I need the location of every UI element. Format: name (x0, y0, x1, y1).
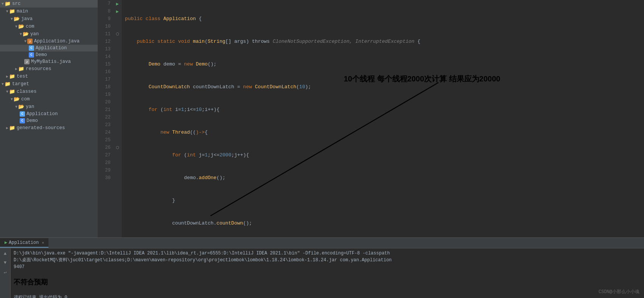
sidebar-item-resources[interactable]: ▶ 📁 resources (0, 65, 98, 73)
java-file-icon: J (24, 59, 30, 64)
folder-icon: 📁 (9, 89, 15, 95)
sidebar-item-application-class[interactable]: C Application (0, 45, 98, 51)
class-icon: C (20, 118, 25, 123)
code-content[interactable]: public class Application { public static… (122, 0, 644, 237)
chevron-down-icon: ▼ (11, 17, 13, 21)
sidebar-item-test[interactable]: ▶ 📁 test (0, 73, 98, 80)
sidebar-item-label: Application (27, 111, 58, 117)
sidebar-item-label: java (21, 16, 33, 22)
sidebar-item-main[interactable]: ▼ 📁 main (0, 8, 98, 15)
folder-icon: 📁 (18, 66, 24, 72)
java-file-icon: J (27, 39, 33, 44)
run-arrow-icon[interactable]: ▶ (116, 1, 119, 7)
sidebar-item-application-target[interactable]: C Application (0, 111, 98, 117)
sidebar-item-label: src (12, 1, 21, 6)
chevron-down-icon: ▼ (6, 90, 8, 94)
sidebar-item-demo-target[interactable]: C Demo (0, 117, 98, 124)
sidebar-item-mybatis-java[interactable]: J MyMyBatis.java (0, 58, 98, 65)
folder-blue-icon: 📂 (14, 96, 20, 102)
sidebar-item-label: resources (26, 66, 51, 72)
folder-icon: 📁 (9, 73, 15, 80)
console-line-3: 9407 (14, 264, 641, 270)
sidebar-item-application-java[interactable]: ▼ J Application.java (0, 38, 98, 45)
sidebar-item-classes[interactable]: ▼ 📁 classes (0, 88, 98, 95)
bottom-tab-application[interactable]: ▶ Application ✕ (0, 238, 48, 248)
tab-label: Application (9, 240, 39, 245)
sidebar-item-java[interactable]: ▼ 📂 java (0, 15, 98, 23)
step-icon: ⬡ (116, 145, 119, 150)
console-line-1: D:\jdk\bin\java.exe "-javaagent:D:\Intel… (14, 250, 641, 257)
console-line-blank (14, 270, 641, 277)
console-line-2: D:\桌面\RocketMQ\资料\juc01\target\classes;D… (14, 257, 641, 264)
bottom-panel: ▶ Application ✕ ▲ ▼ ↵ D:\jdk\bin\java.ex… (0, 237, 644, 298)
console-unexpected-text: 不符合预期 (14, 277, 641, 287)
console-line-exit: 进程已结束,退出代码为 0 (14, 294, 641, 298)
sidebar-item-label: com (21, 97, 30, 102)
sidebar-item-generated-sources[interactable]: ▶ 📁 generated-sources (0, 124, 98, 132)
bottom-content: ▲ ▼ ↵ D:\jdk\bin\java.exe "-javaagent:D:… (0, 248, 644, 298)
folder-icon: 📁 (9, 8, 15, 14)
sidebar-item-src[interactable]: ▼ 📁 src (0, 0, 98, 8)
sidebar-item-label: Demo (27, 118, 38, 123)
sidebar-item-label: MyMyBatis.java (31, 59, 71, 64)
sidebar-item-yan-target[interactable]: ▼ 📂 yan (0, 103, 98, 111)
class-icon: C (20, 111, 25, 117)
run-icon: ▶ (5, 240, 7, 245)
chevron-right-icon: ▶ (6, 126, 8, 130)
class-icon: C (29, 45, 34, 51)
sidebar-item-label: com (26, 24, 34, 29)
folder-icon: 📁 (5, 81, 11, 87)
chevron-down-icon: ▼ (6, 9, 8, 14)
tab-close-icon[interactable]: ✕ (42, 240, 44, 245)
sidebar-item-yan[interactable]: ▼ 📂 yan (0, 30, 98, 38)
sidebar-item-demo-class[interactable]: C Demo (0, 51, 98, 58)
sidebar-item-label: Application.java (34, 39, 80, 44)
scroll-down-button[interactable]: ▼ (2, 259, 9, 267)
wrap-button[interactable]: ↵ (2, 268, 9, 276)
chevron-down-icon: ▼ (20, 32, 22, 36)
sidebar-item-label: test (17, 74, 28, 79)
bottom-tab-bar: ▶ Application ✕ (0, 238, 644, 248)
chevron-right-icon: ▶ (6, 74, 8, 79)
sidebar-item-com-target[interactable]: ▼ 📂 com (0, 95, 98, 103)
folder-blue-icon: 📂 (18, 104, 24, 110)
class-icon: C (29, 52, 34, 58)
sidebar-item-label: Application (36, 45, 67, 51)
folder-icon: 📁 (9, 125, 15, 131)
code-editor: 7 8 9 10 11 12 13 14 15 16 17 18 19 20 2… (98, 0, 644, 237)
sidebar-item-label: yan (30, 31, 39, 37)
folder-blue-icon: 📂 (18, 23, 24, 30)
folder-icon: 📁 (5, 1, 11, 7)
sidebar-item-label: generated-sources (17, 125, 65, 131)
sidebar-item-com[interactable]: ▼ 📂 com (0, 23, 98, 30)
chevron-down-icon: ▼ (24, 39, 27, 44)
sidebar-item-label: yan (26, 104, 34, 109)
sidebar-item-label: Demo (36, 52, 47, 58)
line-numbers: 7 8 9 10 11 12 13 14 15 16 17 18 19 20 2… (98, 0, 113, 237)
chevron-down-icon: ▼ (2, 82, 4, 86)
step-icon: ⬡ (116, 32, 119, 36)
chevron-right-icon: ▶ (15, 67, 17, 71)
sidebar-item-label: target (12, 81, 29, 87)
folder-blue-icon: 📂 (14, 16, 20, 22)
sidebar-item-label: main (17, 9, 28, 14)
console-line-blank2 (14, 287, 641, 294)
file-tree: ▼ 📁 src ▼ 📁 main ▼ 📂 java ▼ 📂 com ▼ 📂 ya… (0, 0, 98, 237)
code-gutter: ▶ ▶ ⬡ ⬡ (113, 0, 122, 237)
sidebar-item-label: classes (17, 89, 37, 94)
folder-blue-icon: 📂 (23, 31, 29, 37)
chevron-down-icon: ▼ (11, 97, 13, 101)
scroll-up-button[interactable]: ▲ (2, 250, 9, 257)
console-output: D:\jdk\bin\java.exe "-javaagent:D:\Intel… (11, 248, 644, 298)
run-arrow-icon[interactable]: ▶ (116, 9, 119, 14)
chevron-down-icon: ▼ (2, 2, 4, 6)
console-side-buttons: ▲ ▼ ↵ (0, 248, 11, 298)
chevron-down-icon: ▼ (15, 25, 17, 29)
chevron-down-icon: ▼ (15, 105, 17, 109)
watermark: CSDN@小那么小小魂 (599, 289, 639, 295)
sidebar-item-target[interactable]: ▼ 📁 target (0, 80, 98, 88)
